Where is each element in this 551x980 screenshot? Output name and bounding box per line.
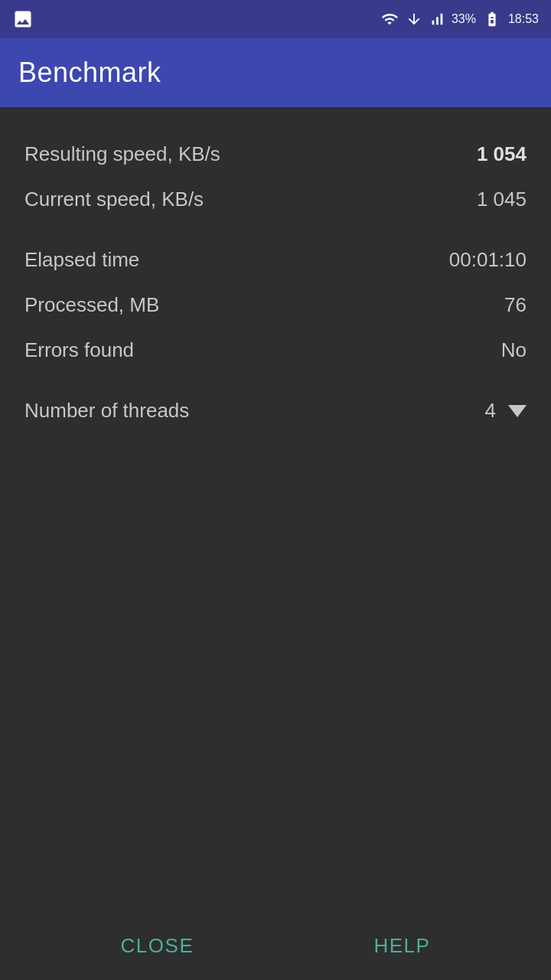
status-right: 33% 18:53 xyxy=(380,11,539,28)
processed-value: 76 xyxy=(504,293,527,317)
resulting-speed-label: Resulting speed, KB/s xyxy=(24,142,220,166)
app-title: Benchmark xyxy=(18,57,161,89)
current-speed-value: 1 045 xyxy=(477,188,527,211)
chevron-down-icon[interactable] xyxy=(508,405,527,417)
errors-found-label: Errors found xyxy=(24,338,134,362)
help-button[interactable]: HELP xyxy=(355,922,448,970)
current-speed-label: Current speed, KB/s xyxy=(24,188,204,211)
gallery-icon xyxy=(12,8,34,30)
processed-label: Processed, MB xyxy=(24,293,159,317)
elapsed-time-label: Elapsed time xyxy=(24,248,139,272)
bottom-bar: CLOSE HELP xyxy=(0,911,551,980)
elapsed-time-row: Elapsed time 00:01:10 xyxy=(24,237,527,283)
threads-row[interactable]: Number of threads 4 xyxy=(24,388,527,433)
app-bar: Benchmark xyxy=(0,38,551,107)
resulting-speed-value: 1 054 xyxy=(477,142,527,166)
battery-percent: 33% xyxy=(452,12,476,26)
wifi-icon xyxy=(380,11,399,28)
processed-row: Processed, MB 76 xyxy=(24,283,527,328)
elapsed-time-value: 00:01:10 xyxy=(449,248,527,272)
cell-signal-icon xyxy=(429,11,445,28)
content-area: Resulting speed, KB/s 1 054 Current spee… xyxy=(0,107,551,433)
battery-icon xyxy=(482,11,502,28)
threads-value: 4 xyxy=(485,399,496,423)
errors-found-value: No xyxy=(501,338,527,362)
current-speed-row: Current speed, KB/s 1 045 xyxy=(24,177,527,222)
threads-control[interactable]: 4 xyxy=(485,399,527,423)
status-bar: 33% 18:53 xyxy=(0,0,551,38)
errors-found-row: Errors found No xyxy=(24,328,527,373)
close-button[interactable]: CLOSE xyxy=(103,922,213,970)
resulting-speed-row: Resulting speed, KB/s 1 054 xyxy=(24,132,527,177)
threads-label: Number of threads xyxy=(24,399,189,423)
signal-down-icon xyxy=(406,11,422,28)
time: 18:53 xyxy=(508,12,539,26)
